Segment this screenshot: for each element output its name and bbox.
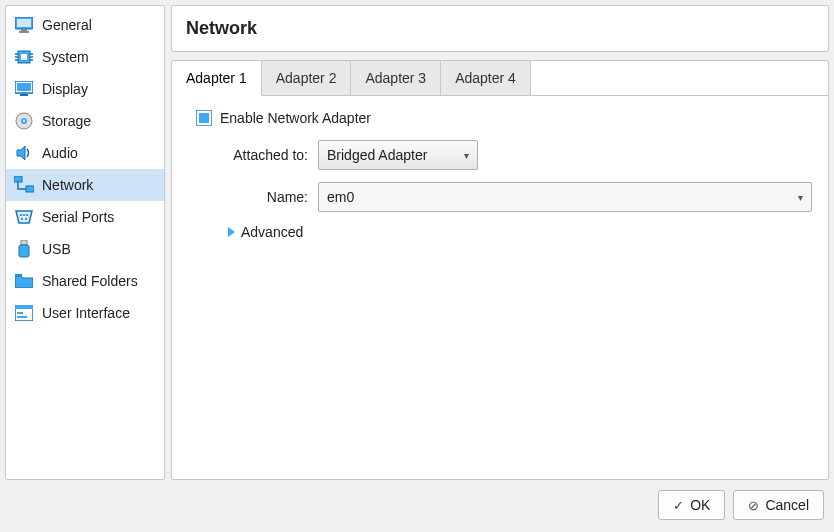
enable-adapter-label: Enable Network Adapter [220, 110, 371, 126]
page-title: Network [171, 5, 829, 52]
tab-adapter-1[interactable]: Adapter 1 [172, 61, 262, 96]
svg-point-17 [23, 120, 25, 122]
ui-icon [14, 303, 34, 323]
disk-icon [14, 111, 34, 131]
svg-rect-5 [21, 54, 27, 60]
advanced-label: Advanced [241, 224, 303, 240]
svg-rect-26 [19, 245, 29, 257]
sidebar-item-usb[interactable]: USB [6, 233, 164, 265]
tab-adapter-3[interactable]: Adapter 3 [351, 61, 441, 95]
advanced-expander[interactable]: Advanced [228, 224, 812, 240]
svg-rect-14 [20, 94, 28, 96]
attached-to-select[interactable]: Bridged Adapter ▾ [318, 140, 478, 170]
svg-rect-27 [15, 274, 22, 277]
settings-sidebar: General System Display Storage [5, 5, 165, 480]
sidebar-item-general[interactable]: General [6, 9, 164, 41]
network-panel: Adapter 1 Adapter 2 Adapter 3 Adapter 4 … [171, 60, 829, 480]
adapter-tabs: Adapter 1 Adapter 2 Adapter 3 Adapter 4 [172, 61, 828, 96]
sidebar-label: Audio [42, 145, 78, 161]
sidebar-item-audio[interactable]: Audio [6, 137, 164, 169]
sidebar-label: Storage [42, 113, 91, 129]
svg-point-22 [26, 214, 28, 216]
dialog-buttons: ✓ OK ⊘ Cancel [0, 480, 834, 528]
chevron-down-icon: ▾ [464, 150, 469, 161]
sidebar-label: USB [42, 241, 71, 257]
svg-point-24 [25, 218, 27, 220]
enable-adapter-checkbox[interactable] [196, 110, 212, 126]
sidebar-label: General [42, 17, 92, 33]
name-label: Name: [188, 189, 318, 205]
cancel-icon: ⊘ [748, 498, 759, 513]
svg-rect-18 [14, 176, 22, 182]
chevron-down-icon: ▾ [798, 192, 803, 203]
attached-to-label: Attached to: [188, 147, 318, 163]
svg-point-21 [23, 214, 25, 216]
serial-port-icon [14, 207, 34, 227]
display-icon [14, 79, 34, 99]
ok-button[interactable]: ✓ OK [658, 490, 725, 520]
cancel-label: Cancel [765, 497, 809, 513]
sidebar-item-storage[interactable]: Storage [6, 105, 164, 137]
svg-rect-30 [17, 312, 23, 314]
name-value: em0 [327, 189, 354, 205]
network-icon [14, 175, 34, 195]
name-select[interactable]: em0 ▾ [318, 182, 812, 212]
svg-point-23 [21, 218, 23, 220]
sidebar-item-system[interactable]: System [6, 41, 164, 73]
ok-label: OK [690, 497, 710, 513]
svg-rect-3 [19, 31, 29, 33]
sidebar-label: User Interface [42, 305, 130, 321]
attached-to-value: Bridged Adapter [327, 147, 427, 163]
svg-rect-13 [17, 83, 31, 91]
tab-adapter-4[interactable]: Adapter 4 [441, 61, 531, 95]
sidebar-item-user-interface[interactable]: User Interface [6, 297, 164, 329]
svg-rect-19 [26, 186, 34, 192]
folder-icon [14, 271, 34, 291]
sidebar-item-serial-ports[interactable]: Serial Ports [6, 201, 164, 233]
tab-adapter-2[interactable]: Adapter 2 [262, 61, 352, 95]
chip-icon [14, 47, 34, 67]
speaker-icon [14, 143, 34, 163]
sidebar-item-shared-folders[interactable]: Shared Folders [6, 265, 164, 297]
svg-rect-31 [17, 316, 27, 318]
sidebar-label: Shared Folders [42, 273, 138, 289]
check-icon: ✓ [673, 498, 684, 513]
usb-icon [14, 239, 34, 259]
cancel-button[interactable]: ⊘ Cancel [733, 490, 824, 520]
sidebar-item-display[interactable]: Display [6, 73, 164, 105]
sidebar-label: Serial Ports [42, 209, 114, 225]
sidebar-item-network[interactable]: Network [6, 169, 164, 201]
svg-rect-1 [17, 19, 31, 27]
svg-rect-25 [21, 240, 27, 245]
sidebar-label: System [42, 49, 89, 65]
triangle-right-icon [228, 227, 235, 237]
sidebar-label: Network [42, 177, 93, 193]
svg-point-20 [20, 214, 22, 216]
svg-rect-29 [15, 305, 33, 309]
monitor-icon [14, 15, 34, 35]
sidebar-label: Display [42, 81, 88, 97]
svg-rect-2 [21, 29, 27, 31]
